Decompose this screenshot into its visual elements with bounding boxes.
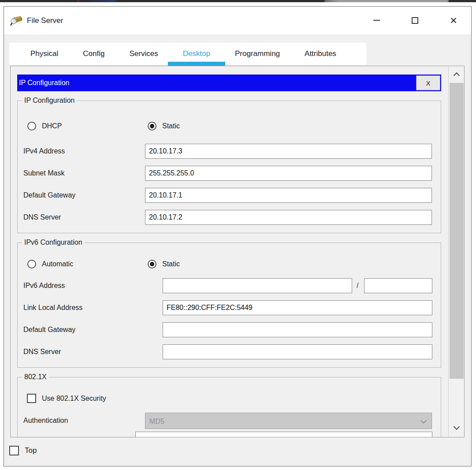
top-checkbox-box bbox=[9, 446, 19, 455]
use-8021x-security-checkbox[interactable]: Use 802.1X Security bbox=[27, 394, 106, 403]
chevron-down-icon bbox=[454, 424, 460, 430]
ip-configuration-legend: IP Configuration bbox=[22, 97, 77, 104]
tab-programming[interactable]: Programming bbox=[223, 43, 292, 65]
ipv4-static-radio-label: Static bbox=[162, 122, 180, 130]
ipv6-static-radio-label: Static bbox=[162, 260, 180, 268]
ipv6-prefix-input[interactable] bbox=[364, 278, 432, 293]
ip-configuration-panel-header: IP Configuration X bbox=[17, 75, 441, 91]
ipv4-static-radio[interactable]: Static bbox=[148, 122, 180, 131]
tab-desktop[interactable]: Desktop bbox=[171, 43, 223, 65]
ipv6-automatic-radio-circle bbox=[27, 260, 36, 269]
dhcp-radio-label: DHCP bbox=[42, 122, 62, 130]
ipv6-address-label: IPv6 Address bbox=[23, 278, 65, 293]
link-local-address-label: Link Local Address bbox=[23, 300, 82, 315]
subnet-mask-label: Subnet Mask bbox=[23, 166, 64, 181]
ipv6-dns-server-input[interactable] bbox=[163, 344, 432, 359]
dhcp-radio-circle bbox=[27, 122, 36, 131]
ipv6-static-radio-circle bbox=[148, 260, 156, 269]
dot1x-legend: 802.1X bbox=[22, 373, 49, 381]
top-checkbox[interactable]: Top bbox=[9, 446, 37, 455]
vertical-scrollbar bbox=[448, 66, 464, 437]
ipv4-static-radio-circle bbox=[148, 122, 156, 131]
ipv4-default-gateway-input[interactable] bbox=[145, 188, 432, 203]
ipv6-configuration-legend: IPv6 Configuration bbox=[22, 239, 85, 246]
close-icon: ✕ bbox=[450, 16, 457, 25]
ipv6-static-radio[interactable]: Static bbox=[148, 260, 180, 269]
ipv4-dns-server-label: DNS Server bbox=[23, 210, 61, 225]
clipped-bottom-input[interactable] bbox=[135, 432, 432, 437]
dot1x-group: 802.1X Use 802.1X Security Authenticatio… bbox=[17, 377, 441, 437]
ipv6-address-input[interactable] bbox=[163, 278, 352, 293]
tab-config[interactable]: Config bbox=[71, 43, 117, 65]
ipv4-default-gateway-label: Default Gateway bbox=[23, 188, 75, 203]
tab-services[interactable]: Services bbox=[117, 43, 170, 65]
tab-bar: Physical Config Services Desktop Program… bbox=[9, 43, 366, 65]
titlebar: File Server ✕ bbox=[4, 7, 471, 34]
ipv6-dns-server-label: DNS Server bbox=[23, 344, 61, 359]
background-app-strip bbox=[0, 0, 476, 2]
authentication-dropdown: MD5 bbox=[145, 413, 432, 429]
maximize-icon bbox=[412, 17, 418, 24]
ipv4-address-input[interactable] bbox=[145, 144, 432, 159]
maximize-button[interactable] bbox=[405, 9, 424, 31]
use-8021x-checkbox-label: Use 802.1X Security bbox=[42, 395, 106, 403]
scroll-up-button[interactable] bbox=[449, 66, 464, 82]
minimize-icon bbox=[373, 20, 380, 21]
ipv4-dns-server-input[interactable] bbox=[145, 210, 432, 225]
server-device-icon bbox=[10, 14, 22, 26]
tab-physical[interactable]: Physical bbox=[18, 43, 71, 65]
ipv6-automatic-radio-label: Automatic bbox=[42, 260, 73, 268]
tab-attributes[interactable]: Attributes bbox=[292, 43, 349, 65]
ipv6-prefix-separator: / bbox=[357, 282, 358, 290]
top-checkbox-label: Top bbox=[25, 446, 37, 455]
use-8021x-checkbox-box bbox=[27, 394, 36, 403]
minimize-button[interactable] bbox=[367, 9, 386, 31]
ipv4-address-label: IPv4 Address bbox=[23, 144, 65, 159]
desktop-content-pane: IP Configuration X IP Configuration DHCP… bbox=[10, 66, 465, 437]
close-button[interactable]: ✕ bbox=[444, 9, 463, 31]
authentication-label: Authentication bbox=[23, 413, 68, 428]
link-local-address-input[interactable] bbox=[163, 300, 432, 315]
ipv6-default-gateway-label: Default Gateway bbox=[23, 322, 75, 337]
chevron-up-icon bbox=[454, 72, 460, 78]
subnet-mask-input[interactable] bbox=[145, 166, 432, 181]
screen: File Server ✕ Physical Config Services D… bbox=[0, 0, 476, 470]
scrollbar-thumb[interactable] bbox=[450, 83, 464, 379]
ipv6-default-gateway-input[interactable] bbox=[163, 322, 432, 337]
dhcp-radio[interactable]: DHCP bbox=[27, 122, 62, 131]
device-window: File Server ✕ Physical Config Services D… bbox=[4, 6, 472, 466]
window-title: File Server bbox=[27, 7, 63, 34]
authentication-value: MD5 bbox=[149, 413, 164, 429]
chevron-down-icon bbox=[420, 418, 427, 424]
ipv6-configuration-group: IPv6 Configuration Automatic Static IPv6… bbox=[17, 242, 441, 368]
panel-close-button[interactable]: X bbox=[416, 75, 440, 90]
ip-configuration-group: IP Configuration DHCP Static IPv4 Addres… bbox=[17, 101, 441, 233]
ipv6-automatic-radio[interactable]: Automatic bbox=[27, 260, 73, 269]
scroll-down-button[interactable] bbox=[449, 420, 464, 436]
panel-title: IP Configuration bbox=[19, 75, 69, 91]
